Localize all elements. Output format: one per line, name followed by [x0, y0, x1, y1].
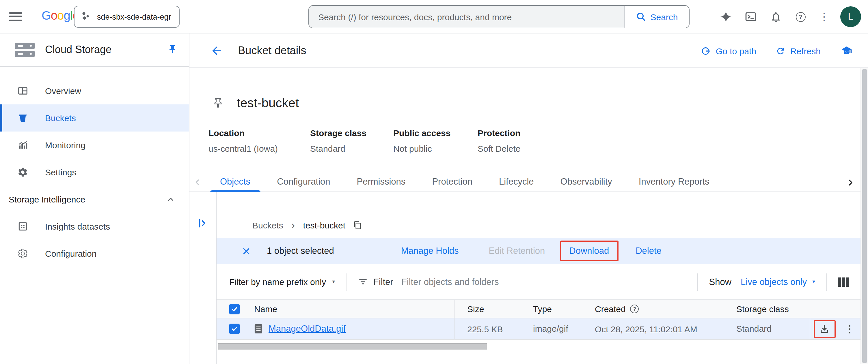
column-settings-icon[interactable]	[838, 277, 849, 287]
meta-value: Not public	[393, 144, 477, 154]
gcp-console: GoogleCloud sde-sbx-sde-data-egr Search	[0, 0, 868, 364]
filter-objects-input[interactable]	[401, 276, 697, 287]
search-input[interactable]	[309, 6, 624, 28]
tab-scroll-left-icon[interactable]	[193, 178, 202, 187]
download-button[interactable]: Download	[569, 246, 609, 256]
column-header-size[interactable]: Size	[467, 304, 484, 314]
go-to-path-label: Go to path	[716, 46, 756, 56]
top-bar: GoogleCloud sde-sbx-sde-data-egr Search	[0, 0, 868, 33]
refresh-label: Refresh	[790, 46, 820, 56]
page-header: Bucket details Go to path Refresh	[189, 33, 868, 68]
gear-outline-icon	[17, 248, 29, 259]
page-title: Bucket details	[238, 44, 306, 57]
breadcrumb: Buckets › test-bucket	[217, 212, 861, 238]
notifications-bell-icon[interactable]	[768, 9, 783, 24]
menu-icon[interactable]	[9, 12, 22, 21]
meta-value: us-central1 (Iowa)	[209, 144, 310, 154]
tab-permissions[interactable]: Permissions	[344, 173, 419, 192]
sidebar-item-label: Monitoring	[45, 140, 86, 150]
gear-icon	[17, 166, 29, 178]
filter-scope-label: Filter by name prefix only	[229, 277, 326, 287]
tab-objects[interactable]: Objects	[207, 173, 264, 192]
objects-table: Name Size Type Created ? Storage class	[217, 299, 861, 340]
bucket-meta: Location us-central1 (Iowa) Storage clas…	[209, 128, 520, 154]
meta-label: Protection	[477, 128, 520, 138]
sidebar-title: Cloud Storage	[45, 44, 112, 56]
tab-lifecycle[interactable]: Lifecycle	[486, 173, 547, 192]
row-download-icon[interactable]	[819, 324, 829, 334]
manage-holds-button[interactable]: Manage Holds	[401, 246, 459, 256]
tab-protection[interactable]: Protection	[419, 173, 486, 192]
column-header-storage-class[interactable]: Storage class	[736, 304, 789, 313]
column-header-type[interactable]: Type	[533, 304, 552, 313]
meta-value: Soft Delete	[477, 144, 520, 154]
show-label: Show	[709, 276, 732, 287]
object-created: Oct 28, 2025, 11:02:01 AM	[595, 324, 698, 334]
tab-configuration[interactable]: Configuration	[264, 173, 343, 192]
select-all-checkbox[interactable]	[229, 304, 240, 314]
sidebar-item-settings[interactable]: Settings	[0, 159, 189, 186]
back-arrow-icon[interactable]	[210, 44, 223, 57]
vertical-scrollbar[interactable]	[861, 68, 868, 364]
sidebar-header: Cloud Storage	[0, 33, 189, 67]
breadcrumb-buckets-link[interactable]: Buckets	[252, 220, 283, 230]
go-to-path-button[interactable]: Go to path	[702, 46, 756, 56]
row-checkbox[interactable]	[229, 324, 240, 334]
caret-down-icon: ▼	[331, 279, 336, 285]
vertical-scrollbar-thumb[interactable]	[862, 69, 867, 363]
project-selector[interactable]: sde-sbx-sde-data-egr	[74, 6, 180, 28]
sidebar-item-configuration[interactable]: Configuration	[0, 240, 189, 267]
chevron-up-icon[interactable]	[166, 195, 175, 204]
search-button-label: Search	[650, 12, 678, 22]
topbar-actions: ? ⋮ L	[718, 0, 861, 33]
learn-icon[interactable]	[840, 44, 853, 57]
pin-icon[interactable]	[167, 44, 177, 54]
table-row[interactable]: ManageOldData.gif 225.5 KB image/gif Oct…	[217, 319, 861, 340]
object-storage-class: Standard	[736, 324, 772, 333]
divider	[697, 273, 698, 291]
insights-datasets-icon	[17, 221, 29, 232]
column-header-name[interactable]: Name	[254, 304, 277, 314]
pin-outline-icon[interactable]	[213, 98, 223, 108]
tab-observability[interactable]: Observability	[547, 173, 625, 192]
cloud-shell-icon[interactable]	[743, 9, 758, 24]
page-header-actions: Go to path Refresh	[702, 33, 853, 68]
bucket-name: test-bucket	[237, 96, 299, 111]
column-header-created[interactable]: Created	[595, 304, 626, 314]
copy-icon[interactable]	[353, 221, 362, 229]
filter-label: Filter	[373, 276, 393, 287]
sidebar-item-overview[interactable]: Overview	[0, 77, 189, 104]
object-name-link[interactable]: ManageOldData.gif	[269, 324, 346, 334]
avatar[interactable]: L	[840, 6, 861, 27]
more-options-icon[interactable]: ⋮	[818, 11, 831, 22]
help-icon[interactable]: ?	[793, 9, 808, 24]
objects-panel: Buckets › test-bucket 1 object selected …	[189, 192, 868, 364]
filter-scope-dropdown[interactable]: Filter by name prefix only ▼	[229, 277, 336, 287]
divider	[346, 273, 347, 291]
tab-scroll-right-icon[interactable]	[840, 173, 861, 192]
filter-bar: Filter by name prefix only ▼ Filter Show…	[217, 264, 861, 299]
horizontal-scrollbar[interactable]	[218, 343, 487, 350]
gemini-sparkle-icon[interactable]	[718, 9, 734, 24]
meta-label: Public access	[393, 128, 477, 138]
clear-selection-icon[interactable]	[242, 246, 251, 255]
row-more-options-icon[interactable]: ⋮	[845, 323, 855, 335]
tab-inventory-reports[interactable]: Inventory Reports	[625, 173, 723, 192]
sidebar-item-label: Configuration	[45, 249, 96, 258]
logo-letter: G	[41, 9, 51, 22]
sidebar-item-monitoring[interactable]: Monitoring	[0, 132, 189, 159]
project-icon	[81, 11, 92, 22]
table-header-row: Name Size Type Created ? Storage class	[217, 299, 861, 319]
expand-panel-icon[interactable]	[197, 218, 209, 229]
created-help-icon[interactable]: ?	[630, 305, 639, 313]
side-rail	[189, 192, 217, 364]
show-objects-dropdown[interactable]: Live objects only ▼	[741, 276, 816, 287]
delete-button[interactable]: Delete	[636, 246, 661, 256]
sidebar-item-insights-datasets[interactable]: Insights datasets	[0, 213, 189, 240]
search-button[interactable]: Search	[624, 6, 689, 28]
sidebar-item-buckets[interactable]: Buckets	[0, 104, 189, 132]
annotation-box-download: Download	[560, 240, 618, 261]
logo-letter: g	[64, 9, 70, 22]
refresh-button[interactable]: Refresh	[776, 46, 820, 56]
sidebar-section-storage-intelligence[interactable]: Storage Intelligence	[0, 186, 189, 213]
